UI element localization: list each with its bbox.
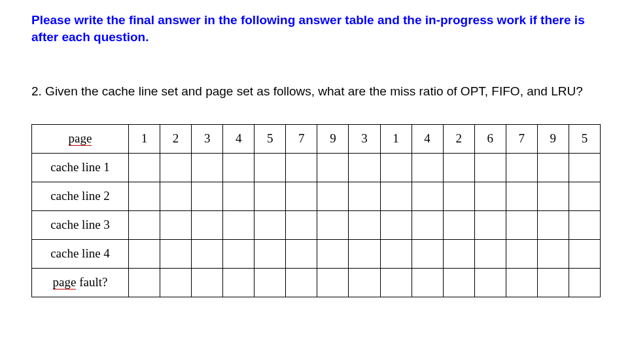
cell-4-9	[412, 268, 443, 297]
cell-1-10	[443, 182, 474, 210]
cell-4-7	[349, 268, 380, 297]
cell-3-7	[349, 239, 380, 268]
cell-0-8	[380, 153, 412, 182]
cell-4-10	[443, 268, 474, 297]
cell-1-4	[255, 182, 286, 210]
row-label-underlined: page	[53, 276, 77, 290]
cell-1-1	[160, 182, 192, 210]
cell-1-0	[129, 182, 160, 210]
cell-0-12	[506, 153, 537, 182]
cell-2-1	[160, 210, 192, 239]
column-header-12: 7	[506, 124, 537, 153]
cell-3-9	[412, 239, 443, 268]
cell-0-13	[537, 153, 569, 182]
cell-0-11	[474, 153, 506, 182]
cell-2-4	[255, 210, 286, 239]
cell-1-2	[192, 182, 223, 210]
cell-3-12	[506, 239, 537, 268]
cell-1-5	[286, 182, 317, 210]
row-label-cell: cache line 4	[32, 239, 129, 268]
cell-1-12	[506, 182, 537, 210]
cell-3-10	[443, 239, 474, 268]
cell-0-14	[569, 153, 600, 182]
column-header-5: 7	[286, 124, 317, 153]
cell-1-8	[380, 182, 412, 210]
cell-3-11	[474, 239, 506, 268]
cell-4-6	[317, 268, 349, 297]
cell-1-3	[223, 182, 255, 210]
cell-2-13	[537, 210, 569, 239]
column-header-2: 3	[192, 124, 223, 153]
cell-3-13	[537, 239, 569, 268]
cell-0-2	[192, 153, 223, 182]
cell-0-0	[129, 153, 160, 182]
table-row: cache line 2	[32, 182, 601, 210]
cell-2-6	[317, 210, 349, 239]
table-row: cache line 4	[32, 239, 601, 268]
cell-4-4	[255, 268, 286, 297]
cell-0-6	[317, 153, 349, 182]
cell-3-2	[192, 239, 223, 268]
cell-4-11	[474, 268, 506, 297]
cell-3-0	[129, 239, 160, 268]
cell-4-14	[569, 268, 600, 297]
column-header-0: 1	[129, 124, 160, 153]
cell-0-9	[412, 153, 443, 182]
cell-2-3	[223, 210, 255, 239]
cell-4-0	[129, 268, 160, 297]
cell-3-3	[223, 239, 255, 268]
cell-0-10	[443, 153, 474, 182]
document-page: Please write the final answer in the fol…	[0, 0, 632, 297]
column-header-8: 1	[380, 124, 412, 153]
row-label-post: fault?	[76, 275, 107, 289]
column-header-7: 3	[349, 124, 380, 153]
header-label-underlined: page	[69, 132, 92, 146]
row-label-cell: cache line 2	[32, 182, 129, 210]
row-label-cell: page fault?	[32, 268, 129, 297]
question-text: 2. Given the cache line set and page set…	[31, 83, 601, 101]
cell-4-1	[160, 268, 192, 297]
cell-3-4	[255, 239, 286, 268]
header-label-cell: page	[32, 124, 129, 153]
cell-0-3	[223, 153, 255, 182]
cell-2-2	[192, 210, 223, 239]
column-header-11: 6	[474, 124, 506, 153]
cell-4-13	[537, 268, 569, 297]
answer-table: page123457931426795cache line 1cache lin…	[31, 124, 601, 297]
cell-0-4	[255, 153, 286, 182]
row-label-cell: cache line 1	[32, 153, 129, 182]
column-header-1: 2	[160, 124, 192, 153]
cell-4-12	[506, 268, 537, 297]
column-header-6: 9	[317, 124, 349, 153]
cell-1-13	[537, 182, 569, 210]
cell-4-3	[223, 268, 255, 297]
cell-1-11	[474, 182, 506, 210]
cell-4-5	[286, 268, 317, 297]
cell-4-8	[380, 268, 412, 297]
cell-1-7	[349, 182, 380, 210]
cell-2-5	[286, 210, 317, 239]
cell-2-12	[506, 210, 537, 239]
instruction-text: Please write the final answer in the fol…	[31, 12, 601, 45]
cell-3-6	[317, 239, 349, 268]
cell-2-7	[349, 210, 380, 239]
cell-3-8	[380, 239, 412, 268]
column-header-10: 2	[443, 124, 474, 153]
cell-0-5	[286, 153, 317, 182]
cell-2-8	[380, 210, 412, 239]
cell-3-1	[160, 239, 192, 268]
cell-1-9	[412, 182, 443, 210]
cell-3-5	[286, 239, 317, 268]
table-row: page fault?	[32, 268, 601, 297]
cell-0-1	[160, 153, 192, 182]
cell-2-14	[569, 210, 600, 239]
table-header-row: page123457931426795	[32, 124, 601, 153]
cell-0-7	[349, 153, 380, 182]
cell-2-0	[129, 210, 160, 239]
cell-2-9	[412, 210, 443, 239]
cell-2-10	[443, 210, 474, 239]
cell-3-14	[569, 239, 600, 268]
table-row: cache line 3	[32, 210, 601, 239]
column-header-9: 4	[412, 124, 443, 153]
cell-2-11	[474, 210, 506, 239]
